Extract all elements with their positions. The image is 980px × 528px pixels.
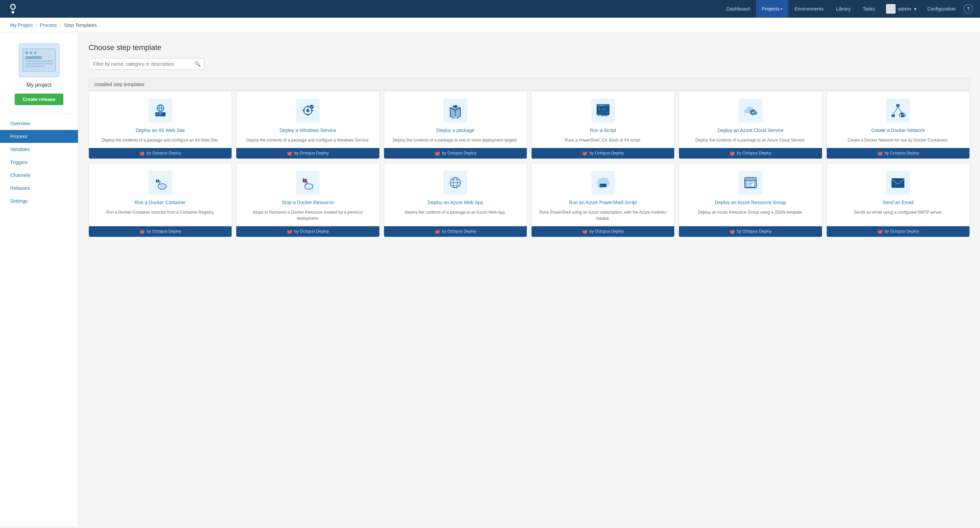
template-by-label: by Octopus Deploy bbox=[442, 151, 476, 155]
header-nav: Dashboard Projects ▾ Environments Librar… bbox=[720, 0, 973, 18]
template-card-footer: 🐙 by Octopus Deploy bbox=[679, 148, 822, 159]
admin-avatar bbox=[886, 4, 896, 14]
template-card-docker-stop[interactable]: Stop a Docker Resource Stops or Removes … bbox=[236, 163, 379, 237]
svg-point-6 bbox=[30, 51, 32, 54]
template-icon bbox=[886, 171, 910, 195]
project-name: My project bbox=[0, 82, 78, 88]
svg-point-7 bbox=[34, 51, 37, 54]
template-by-label: by Octopus Deploy bbox=[589, 151, 624, 155]
template-card-azure-rg[interactable]: Deploy an Azure Resource Group Deploy an… bbox=[679, 163, 822, 237]
svg-point-33 bbox=[600, 105, 602, 106]
svg-rect-9 bbox=[25, 60, 53, 62]
template-icon bbox=[296, 99, 320, 122]
template-by-label: by Octopus Deploy bbox=[737, 229, 771, 234]
template-icon: >_ bbox=[591, 171, 615, 195]
template-desc: Runs a PowerShell, C#, Bash or F# script… bbox=[565, 137, 641, 143]
template-icon bbox=[443, 171, 467, 195]
template-icon bbox=[738, 171, 762, 195]
help-button[interactable]: ? bbox=[964, 4, 973, 14]
svg-rect-22 bbox=[307, 105, 309, 108]
nav-configuration[interactable]: Configuration bbox=[921, 0, 962, 18]
project-icon bbox=[19, 43, 60, 77]
template-card-footer: 🐙 by Octopus Deploy bbox=[89, 148, 232, 159]
svg-rect-18 bbox=[159, 113, 163, 114]
search-icon: 🔍 bbox=[194, 61, 201, 67]
svg-rect-11 bbox=[25, 65, 45, 67]
filter-input[interactable] bbox=[89, 58, 204, 70]
template-card-email[interactable]: Send an Email Sends an email using a con… bbox=[826, 163, 970, 237]
nav-projects[interactable]: Projects ▾ bbox=[756, 0, 789, 18]
template-card-footer: 🐙 by Octopus Deploy bbox=[384, 148, 527, 159]
templates-row-1: Deploy an IIS Web Site Deploy the conten… bbox=[89, 91, 970, 159]
svg-rect-41 bbox=[891, 114, 895, 117]
template-card-azure-web[interactable]: Deploy an Azure Web App Deploy the conte… bbox=[384, 163, 527, 237]
svg-line-43 bbox=[893, 107, 898, 114]
template-icon bbox=[148, 171, 172, 195]
octopus-icon: 🐙 bbox=[287, 229, 292, 234]
octopus-icon: 🐙 bbox=[287, 151, 292, 156]
admin-chevron-icon: ▾ bbox=[914, 6, 916, 11]
filter-bar: 🔍 bbox=[89, 58, 970, 70]
template-name: Deploy an Azure Resource Group bbox=[715, 199, 786, 206]
page-layout: My project Create release Overview Proce… bbox=[0, 33, 980, 526]
svg-rect-24 bbox=[303, 110, 305, 111]
template-card-docker-run[interactable]: Run a Docker Container Run a Docker Cont… bbox=[89, 163, 232, 237]
sidebar-item-channels[interactable]: Channels bbox=[0, 169, 78, 182]
template-card-iis[interactable]: Deploy an IIS Web Site Deploy the conten… bbox=[89, 91, 232, 159]
nav-dashboard[interactable]: Dashboard bbox=[720, 0, 756, 18]
breadcrumb: My Project › Process › Step Templates bbox=[0, 18, 980, 33]
template-card-body: $ run --script Run a Script Runs a Power… bbox=[531, 91, 674, 148]
create-release-button[interactable]: Create release bbox=[14, 94, 64, 105]
svg-point-21 bbox=[306, 109, 310, 112]
svg-text:$ run: $ run bbox=[598, 108, 606, 111]
nav-tasks[interactable]: Tasks bbox=[857, 0, 881, 18]
sidebar-item-overview[interactable]: Overview bbox=[0, 117, 78, 130]
template-name: Run an Azure PowerShell Script bbox=[569, 199, 637, 206]
sidebar-item-releases[interactable]: Releases bbox=[0, 182, 78, 195]
template-card-body: Deploy an IIS Web Site Deploy the conten… bbox=[89, 91, 232, 148]
template-card-body: Deploy a Windows Service Deploy the cont… bbox=[236, 91, 379, 148]
template-card-windows-service[interactable]: Deploy a Windows Service Deploy the cont… bbox=[236, 91, 379, 159]
octopus-icon: 🐙 bbox=[729, 151, 735, 156]
template-desc: Deploy the contents of a package to an A… bbox=[405, 209, 506, 222]
sidebar-item-process[interactable]: Process bbox=[0, 130, 78, 143]
template-card-docker-network[interactable]: Create a Docker Network Create a Docker … bbox=[826, 91, 970, 159]
template-name: Deploy an Azure Web App bbox=[428, 199, 483, 206]
nav-environments[interactable]: Environments bbox=[788, 0, 830, 18]
template-card-footer: 🐙 by Octopus Deploy bbox=[384, 226, 527, 237]
template-icon: $ run --script bbox=[591, 99, 615, 122]
breadcrumb-project[interactable]: My Project bbox=[10, 22, 33, 28]
breadcrumb-current: Step Templates bbox=[64, 22, 97, 28]
svg-point-39 bbox=[753, 111, 757, 115]
template-icon bbox=[148, 99, 172, 122]
admin-menu[interactable]: admin ▾ bbox=[881, 0, 921, 18]
filter-input-wrap: 🔍 bbox=[89, 58, 204, 70]
template-by-label: by Octopus Deploy bbox=[589, 229, 624, 234]
template-card-footer: 🐙 by Octopus Deploy bbox=[531, 226, 674, 237]
template-card-azure-ps[interactable]: >_ Run an Azure PowerShell Script Runs P… bbox=[531, 163, 675, 237]
sidebar-item-variables[interactable]: Variables bbox=[0, 143, 78, 156]
template-card-package[interactable]: Deploy a package Deploy the contents of … bbox=[384, 91, 527, 159]
template-name: Run a Docker Container bbox=[135, 199, 186, 206]
sidebar-item-triggers[interactable]: Triggers bbox=[0, 156, 78, 169]
octopus-icon: 🐙 bbox=[139, 151, 145, 156]
breadcrumb-process[interactable]: Process bbox=[40, 22, 57, 28]
svg-text:>_: >_ bbox=[600, 184, 604, 187]
template-desc: Sends an email using a configured SMTP s… bbox=[854, 209, 942, 222]
nav-library[interactable]: Library bbox=[830, 0, 857, 18]
template-card-body: Send an Email Sends an email using a con… bbox=[827, 163, 969, 226]
template-card-script[interactable]: $ run --script Run a Script Runs a Power… bbox=[531, 91, 675, 159]
template-name: Deploy a package bbox=[436, 127, 474, 134]
template-card-body: Deploy an Azure Resource Group Deploy an… bbox=[679, 163, 822, 226]
logo[interactable] bbox=[7, 3, 19, 15]
template-card-body: Deploy an Azure Cloud Service Deploy the… bbox=[679, 91, 822, 148]
sidebar-item-settings[interactable]: Settings bbox=[0, 195, 78, 208]
template-desc: Deploy an Azure Resource Group using a J… bbox=[698, 209, 803, 222]
template-name: Deploy an IIS Web Site bbox=[135, 127, 185, 134]
template-desc: Run a Docker Container sourced from a Co… bbox=[106, 209, 214, 222]
template-card-azure-cloud[interactable]: Deploy an Azure Cloud Service Deploy the… bbox=[679, 91, 822, 159]
main-header: Dashboard Projects ▾ Environments Librar… bbox=[0, 0, 980, 18]
svg-point-3 bbox=[11, 11, 14, 14]
main-content: Choose step template 🔍 Installed step te… bbox=[78, 33, 980, 526]
template-icon bbox=[296, 171, 320, 195]
